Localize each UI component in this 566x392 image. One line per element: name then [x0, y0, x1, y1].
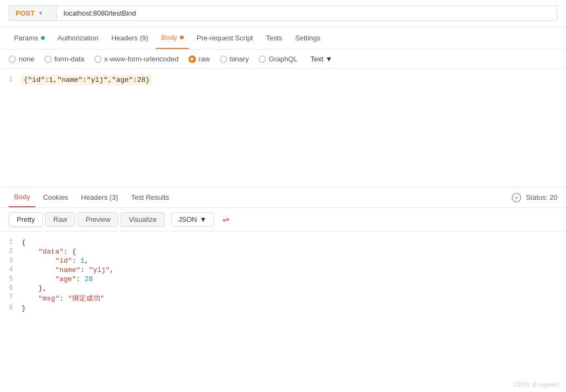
resp-line-6: 6 },: [0, 284, 566, 293]
resp-num-7: 7: [0, 293, 22, 301]
resp-tab-headers[interactable]: Headers (3): [76, 188, 124, 207]
response-tabs: Body Cookies Headers (3) Test Results ⊕ …: [0, 187, 566, 208]
radio-graphql-circle: [258, 55, 266, 63]
url-bar: POST ▼: [0, 0, 566, 27]
settings-label: Settings: [295, 34, 320, 42]
resp-num-8: 8: [0, 304, 22, 312]
json-format-label: JSON: [178, 215, 197, 223]
radio-urlencoded-circle: [94, 55, 102, 63]
radio-urlencoded-label: x-www-form-urlencoded: [104, 55, 179, 63]
resp-line-2: 2 "data": {: [0, 247, 566, 256]
preview-button[interactable]: Preview: [78, 212, 118, 227]
json-format-select[interactable]: JSON ▼: [171, 212, 214, 227]
radio-form-data[interactable]: form-data: [44, 55, 85, 63]
resp-body-label: Body: [14, 193, 30, 201]
radio-raw[interactable]: raw: [188, 55, 210, 63]
tab-authorization[interactable]: Authorization: [52, 27, 104, 48]
body-type-bar: none form-data x-www-form-urlencoded raw…: [0, 50, 566, 69]
tab-params[interactable]: Params: [9, 27, 50, 48]
resp-num-2: 2: [0, 248, 22, 255]
url-input[interactable]: [57, 5, 557, 21]
request-editor[interactable]: 1 {"id":1,"name":"ylj","age":28}: [0, 69, 566, 187]
resp-tab-body[interactable]: Body: [9, 187, 36, 207]
headers-label: Headers (9): [111, 34, 149, 42]
resp-num-4: 4: [0, 266, 22, 274]
status-badge: Status: 20: [526, 193, 557, 201]
json-format-chevron-icon: ▼: [200, 215, 207, 223]
method-label: POST: [16, 9, 34, 17]
authorization-label: Authorization: [58, 34, 99, 42]
response-status-area: ⊕ Status: 20: [512, 193, 557, 202]
resp-test-results-label: Test Results: [131, 193, 169, 201]
resp-tab-test-results[interactable]: Test Results: [125, 188, 174, 207]
line-num-1: 1: [0, 76, 22, 83]
resp-num-5: 5: [0, 275, 22, 283]
radio-binary-circle: [220, 55, 227, 63]
resp-line-8: 8 }: [0, 304, 566, 313]
method-chevron-icon: ▼: [38, 10, 43, 16]
radio-binary-label: binary: [230, 55, 249, 63]
app-container: POST ▼ Params Authorization Headers (9) …: [0, 0, 566, 392]
resp-line-7: 7 "msg": "绑定成功": [0, 293, 566, 304]
text-type-label: Text: [310, 55, 323, 63]
resp-line-4: 4 "name": "ylj",: [0, 265, 566, 275]
format-bar: Pretty Raw Preview Visualize JSON ▼ ⇌: [0, 208, 566, 232]
radio-urlencoded[interactable]: x-www-form-urlencoded: [94, 55, 179, 63]
method-select[interactable]: POST ▼: [9, 5, 57, 21]
params-label: Params: [14, 34, 38, 42]
radio-none[interactable]: none: [9, 55, 34, 63]
visualize-button[interactable]: Visualize: [121, 212, 165, 227]
resp-num-1: 1: [0, 239, 22, 246]
tests-label: Tests: [266, 34, 282, 42]
radio-form-data-circle: [44, 55, 52, 63]
radio-form-data-label: form-data: [54, 55, 85, 63]
radio-graphql-label: GraphQL: [269, 55, 297, 63]
params-dot: [41, 36, 45, 40]
request-body-content: {"id":1,"name":"ylj","age":28}: [22, 76, 566, 84]
resp-tab-cookies[interactable]: Cookies: [38, 188, 74, 207]
resp-line-1: 1 {: [0, 238, 566, 247]
text-type-chevron-icon: ▼: [325, 55, 332, 63]
radio-none-circle: [9, 55, 16, 63]
pre-request-label: Pre-request Script: [197, 34, 253, 42]
wrap-icon[interactable]: ⇌: [220, 212, 232, 227]
radio-none-label: none: [19, 55, 34, 63]
request-body-text: {"id":1,"name":"ylj","age":28}: [22, 75, 152, 85]
resp-line-5: 5 "age": 28: [0, 275, 566, 284]
response-code: 1 { 2 "data": { 3 "id": 1, 4 "name": "yl…: [0, 232, 566, 392]
tab-pre-request[interactable]: Pre-request Script: [191, 27, 258, 48]
radio-raw-label: raw: [199, 55, 210, 63]
request-tabs: Params Authorization Headers (9) Body Pr…: [0, 27, 566, 50]
text-type-dropdown[interactable]: Text ▼: [310, 55, 332, 63]
radio-raw-circle: [188, 55, 196, 63]
resp-num-6: 6: [0, 284, 22, 292]
body-label: Body: [161, 33, 177, 41]
request-line-1: 1 {"id":1,"name":"ylj","age":28}: [0, 75, 566, 85]
watermark: CSDN @-logieeU: [513, 381, 560, 388]
pretty-button[interactable]: Pretty: [9, 212, 43, 227]
radio-binary[interactable]: binary: [220, 55, 249, 63]
body-dot: [180, 36, 184, 39]
tab-headers[interactable]: Headers (9): [106, 27, 154, 48]
resp-line-3: 3 "id": 1,: [0, 256, 566, 265]
radio-graphql[interactable]: GraphQL: [258, 55, 297, 63]
tab-tests[interactable]: Tests: [261, 27, 288, 48]
resp-cookies-label: Cookies: [43, 193, 68, 201]
tab-body[interactable]: Body: [156, 27, 189, 49]
resp-num-3: 3: [0, 257, 22, 264]
globe-icon: ⊕: [512, 193, 521, 202]
raw-button[interactable]: Raw: [45, 212, 75, 227]
resp-headers-label: Headers (3): [81, 193, 118, 201]
tab-settings[interactable]: Settings: [290, 27, 326, 48]
